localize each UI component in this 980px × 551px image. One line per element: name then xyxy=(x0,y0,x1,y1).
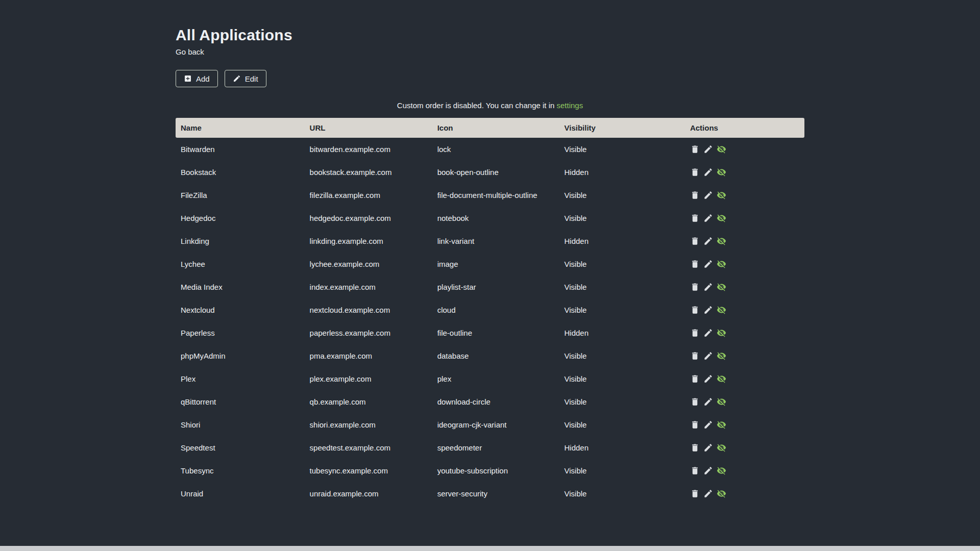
delete-icon[interactable] xyxy=(690,144,700,154)
app-visibility: Visible xyxy=(559,253,685,276)
app-name: Plex xyxy=(176,367,305,390)
row-actions xyxy=(690,144,799,154)
delete-icon[interactable] xyxy=(690,489,700,498)
edit-icon[interactable] xyxy=(703,420,713,430)
app-name: Hedgedoc xyxy=(176,207,305,230)
visibility-toggle-eye-off-icon[interactable] xyxy=(717,236,726,246)
app-visibility: Visible xyxy=(559,413,685,436)
app-name: Speedtest xyxy=(176,436,305,459)
app-url: index.example.com xyxy=(305,276,432,298)
app-visibility: Visible xyxy=(559,367,685,390)
visibility-toggle-eye-off-icon[interactable] xyxy=(717,420,726,430)
delete-icon[interactable] xyxy=(690,190,700,200)
app-url: paperless.example.com xyxy=(305,321,432,344)
row-actions xyxy=(690,466,799,475)
app-name: Linkding xyxy=(176,230,305,253)
edit-icon[interactable] xyxy=(703,236,713,246)
table-row: Speedtest speedtest.example.com speedome… xyxy=(176,436,804,459)
delete-icon[interactable] xyxy=(690,236,700,246)
app-visibility: Hidden xyxy=(559,230,685,253)
edit-icon[interactable] xyxy=(703,397,713,407)
edit-icon[interactable] xyxy=(703,190,713,200)
edit-icon[interactable] xyxy=(703,351,713,361)
toolbar: Add Edit xyxy=(176,70,804,87)
visibility-toggle-eye-off-icon[interactable] xyxy=(717,213,726,223)
row-actions xyxy=(690,213,799,223)
table-row: Unraid unraid.example.com server-securit… xyxy=(176,482,804,505)
table-row: Nextcloud nextcloud.example.com cloud Vi… xyxy=(176,298,804,321)
edit-icon[interactable] xyxy=(703,167,713,177)
table-row: Lychee lychee.example.com image Visible xyxy=(176,253,804,276)
delete-icon[interactable] xyxy=(690,328,700,338)
visibility-toggle-eye-off-icon[interactable] xyxy=(717,328,726,338)
edit-icon[interactable] xyxy=(703,374,713,384)
app-icon-name: speedometer xyxy=(432,436,559,459)
visibility-toggle-eye-off-icon[interactable] xyxy=(717,489,726,498)
row-actions xyxy=(690,282,799,292)
applications-page: All Applications Go back Add Edit Custom… xyxy=(176,0,804,505)
delete-icon[interactable] xyxy=(690,282,700,292)
app-url: pma.example.com xyxy=(305,344,432,367)
app-icon-name: youtube-subscription xyxy=(432,459,559,482)
edit-button-label: Edit xyxy=(245,75,258,83)
table-row: Paperless paperless.example.com file-out… xyxy=(176,321,804,344)
visibility-toggle-eye-off-icon[interactable] xyxy=(717,167,726,177)
table-row: Hedgedoc hedgedoc.example.com notebook V… xyxy=(176,207,804,230)
edit-icon[interactable] xyxy=(703,328,713,338)
edit-icon[interactable] xyxy=(703,144,713,154)
app-url: unraid.example.com xyxy=(305,482,432,505)
edit-icon[interactable] xyxy=(703,213,713,223)
delete-icon[interactable] xyxy=(690,443,700,453)
delete-icon[interactable] xyxy=(690,397,700,407)
custom-order-notice: Custom order is disabled. You can change… xyxy=(176,101,804,110)
app-visibility: Visible xyxy=(559,184,685,207)
table-row: phpMyAdmin pma.example.com database Visi… xyxy=(176,344,804,367)
visibility-toggle-eye-off-icon[interactable] xyxy=(717,190,726,200)
table-row: qBittorrent qb.example.com download-circ… xyxy=(176,390,804,413)
visibility-toggle-eye-off-icon[interactable] xyxy=(717,443,726,453)
horizontal-scrollbar[interactable] xyxy=(0,546,980,551)
delete-icon[interactable] xyxy=(690,420,700,430)
col-header-actions: Actions xyxy=(685,118,804,138)
visibility-toggle-eye-off-icon[interactable] xyxy=(717,397,726,407)
edit-icon[interactable] xyxy=(703,443,713,453)
delete-icon[interactable] xyxy=(690,305,700,315)
visibility-toggle-eye-off-icon[interactable] xyxy=(717,144,726,154)
visibility-toggle-eye-off-icon[interactable] xyxy=(717,466,726,475)
add-button[interactable]: Add xyxy=(176,70,218,87)
app-icon-name: file-outline xyxy=(432,321,559,344)
row-actions xyxy=(690,351,799,361)
delete-icon[interactable] xyxy=(690,259,700,269)
app-visibility: Visible xyxy=(559,390,685,413)
go-back-link[interactable]: Go back xyxy=(176,47,204,56)
visibility-toggle-eye-off-icon[interactable] xyxy=(717,374,726,384)
app-name: Bitwarden xyxy=(176,138,305,161)
delete-icon[interactable] xyxy=(690,213,700,223)
edit-icon[interactable] xyxy=(703,282,713,292)
delete-icon[interactable] xyxy=(690,351,700,361)
table-row: Bitwarden bitwarden.example.com lock Vis… xyxy=(176,138,804,161)
visibility-toggle-eye-off-icon[interactable] xyxy=(717,305,726,315)
edit-icon[interactable] xyxy=(703,489,713,498)
edit-button[interactable]: Edit xyxy=(225,70,266,87)
row-actions xyxy=(690,489,799,498)
settings-link[interactable]: settings xyxy=(557,101,583,110)
app-name: phpMyAdmin xyxy=(176,344,305,367)
edit-icon[interactable] xyxy=(703,259,713,269)
app-visibility: Hidden xyxy=(559,436,685,459)
visibility-toggle-eye-off-icon[interactable] xyxy=(717,259,726,269)
app-icon-name: book-open-outline xyxy=(432,161,559,184)
row-actions xyxy=(690,328,799,338)
app-visibility: Hidden xyxy=(559,161,685,184)
delete-icon[interactable] xyxy=(690,374,700,384)
edit-icon[interactable] xyxy=(703,466,713,475)
table-row: Linkding linkding.example.com link-varia… xyxy=(176,230,804,253)
app-visibility: Visible xyxy=(559,344,685,367)
visibility-toggle-eye-off-icon[interactable] xyxy=(717,282,726,292)
visibility-toggle-eye-off-icon[interactable] xyxy=(717,351,726,361)
edit-icon[interactable] xyxy=(703,305,713,315)
row-actions xyxy=(690,397,799,407)
delete-icon[interactable] xyxy=(690,167,700,177)
table-body: Bitwarden bitwarden.example.com lock Vis… xyxy=(176,138,804,505)
delete-icon[interactable] xyxy=(690,466,700,475)
